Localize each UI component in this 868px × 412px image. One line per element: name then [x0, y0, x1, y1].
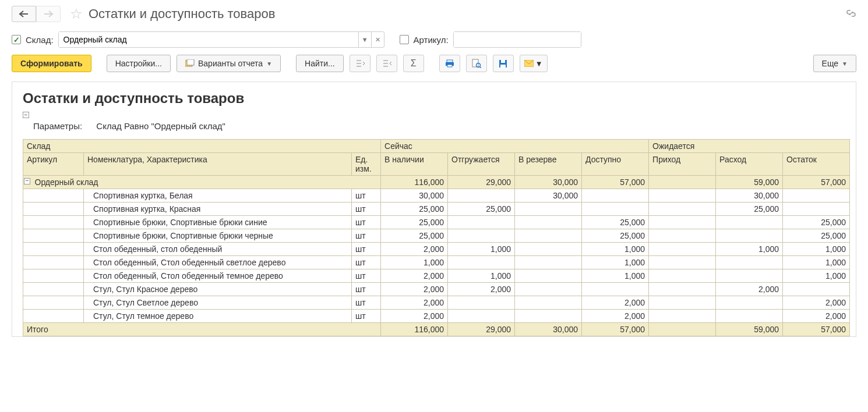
cell-dostupno: 2,000: [582, 310, 649, 323]
cell-v_rezerve: [515, 229, 582, 243]
total-otgruzhaetsya: 29,000: [448, 323, 515, 336]
sklad-filter-checkbox[interactable]: ✓: [12, 35, 21, 44]
cell-rashod: 2,000: [716, 283, 783, 296]
sklad-dropdown-button[interactable]: ▼: [358, 32, 371, 47]
link-icon[interactable]: [846, 8, 856, 19]
params-toggle[interactable]: −: [23, 112, 29, 118]
report-area: Остатки и доступность товаров − Параметр…: [12, 81, 856, 337]
table-row[interactable]: Спортивные брюки, Спортивные брюки синие…: [23, 216, 850, 229]
total-ostatok: 57,000: [783, 323, 850, 336]
group-v_rezerve: 30,000: [515, 176, 582, 189]
save-button[interactable]: [493, 55, 514, 72]
col-ozhidaetsya: Ожидается: [649, 140, 850, 153]
artikul-filter-checkbox[interactable]: [400, 35, 409, 44]
cell-rashod: 25,000: [716, 203, 783, 216]
group-dostupno: 57,000: [582, 176, 649, 189]
table-row[interactable]: Стол обеденный, стол обеденныйшт2,0001,0…: [23, 243, 850, 256]
table-row[interactable]: Спортивная куртка, Белаяшт30,00030,00030…: [23, 189, 850, 203]
cell-ostatok: 25,000: [783, 216, 850, 229]
cell-artikul: [31, 243, 84, 256]
cell-prihod: [649, 189, 716, 203]
nav-forward-button[interactable]: [36, 6, 61, 22]
table-row[interactable]: Стул, Стул Светлое деревошт2,0002,0002,0…: [23, 296, 850, 310]
preview-button[interactable]: [466, 55, 487, 72]
cell-v_nalichii: 2,000: [381, 296, 448, 310]
cell-nomen: Спортивная куртка, Белая: [84, 189, 352, 203]
sklad-filter-combo[interactable]: ▼ ✕: [58, 31, 384, 48]
cell-rashod: 30,000: [716, 189, 783, 203]
params-value: Склад Равно "Ордерный склад": [96, 121, 225, 131]
sklad-clear-button[interactable]: ✕: [371, 32, 384, 47]
cell-prihod: [649, 256, 716, 269]
generate-button[interactable]: Сформировать: [12, 55, 91, 72]
total-rashod: 59,000: [716, 323, 783, 336]
sklad-filter-input[interactable]: [59, 32, 358, 47]
table-row[interactable]: Стул, Стул Красное деревошт2,0002,0002,0…: [23, 283, 850, 296]
cell-rashod: [716, 256, 783, 269]
cell-rashod: [716, 229, 783, 243]
cell-artikul: [31, 283, 84, 296]
cell-otgruzhaetsya: [448, 296, 515, 310]
artikul-filter-input-wrap[interactable]: [453, 31, 581, 48]
cell-nomen: Стул, Стул Светлое дерево: [84, 296, 352, 310]
cell-v_nalichii: 25,000: [381, 203, 448, 216]
cell-ed: шт: [352, 256, 381, 269]
cell-artikul: [31, 269, 84, 283]
group-toggle[interactable]: −: [24, 178, 30, 184]
envelope-icon: [524, 60, 534, 67]
expand-groups-button[interactable]: [350, 55, 371, 72]
cell-artikul: [31, 310, 84, 323]
collapse-icon: [382, 59, 391, 68]
cell-rashod: [716, 216, 783, 229]
artikul-filter-input[interactable]: [454, 32, 581, 47]
group-v_nalichii: 116,000: [381, 176, 448, 189]
table-row[interactable]: Стол обеденный, Стол обеденный темное де…: [23, 269, 850, 283]
settings-label: Настройки...: [115, 59, 162, 68]
settings-button[interactable]: Настройки...: [107, 55, 171, 72]
cell-nomen: Спортивная куртка, Красная: [84, 203, 352, 216]
report-variants-label: Варианты отчета: [198, 59, 263, 68]
cell-v_nalichii: 1,000: [381, 256, 448, 269]
cell-prihod: [649, 310, 716, 323]
report-variants-button[interactable]: Варианты отчета ▼: [177, 55, 281, 72]
favorite-star-icon[interactable]: ☆: [70, 6, 83, 22]
cell-ed: шт: [352, 189, 381, 203]
svg-rect-1: [187, 59, 194, 65]
cell-ed: шт: [352, 203, 381, 216]
table-row[interactable]: Стул, Стул темное деревошт2,0002,0002,00…: [23, 310, 850, 323]
cell-dostupno: 1,000: [582, 243, 649, 256]
cell-otgruzhaetsya: 1,000: [448, 269, 515, 283]
table-row[interactable]: Стол обеденный, Стол обеденный светлое д…: [23, 256, 850, 269]
cell-nomen: Стул, Стул Красное дерево: [84, 283, 352, 296]
diskette-icon: [499, 59, 507, 68]
nav-back-button[interactable]: [12, 6, 36, 22]
col-rezerv: В резерве: [515, 153, 582, 176]
cell-artikul: [31, 296, 84, 310]
group-row[interactable]: −Ордерный склад116,00029,00030,00057,000…: [23, 176, 850, 189]
group-prihod: [649, 176, 716, 189]
total-v_nalichii: 116,000: [381, 323, 448, 336]
cell-rashod: [716, 296, 783, 310]
collapse-groups-button[interactable]: [376, 55, 397, 72]
total-prihod: [649, 323, 716, 336]
cell-v_rezerve: [515, 269, 582, 283]
sum-button[interactable]: Σ: [403, 55, 424, 72]
col-ostatok: Остаток: [783, 153, 850, 176]
expand-icon: [355, 59, 365, 68]
magnifier-doc-icon: [472, 59, 481, 68]
cell-prihod: [649, 296, 716, 310]
print-button[interactable]: [439, 55, 460, 72]
total-v_rezerve: 30,000: [515, 323, 582, 336]
send-email-button[interactable]: ▼: [520, 55, 548, 72]
more-button[interactable]: Еще ▼: [813, 55, 856, 72]
find-button[interactable]: Найти...: [296, 55, 344, 72]
cell-v_nalichii: 25,000: [381, 229, 448, 243]
cell-prihod: [649, 269, 716, 283]
cell-prihod: [649, 216, 716, 229]
table-row[interactable]: Спортивная куртка, Краснаяшт25,00025,000…: [23, 203, 850, 216]
cell-ostatok: 1,000: [783, 256, 850, 269]
table-row[interactable]: Спортивные брюки, Спортивные брюки черны…: [23, 229, 850, 243]
cell-ed: шт: [352, 229, 381, 243]
cell-v_rezerve: [515, 296, 582, 310]
cell-prihod: [649, 243, 716, 256]
